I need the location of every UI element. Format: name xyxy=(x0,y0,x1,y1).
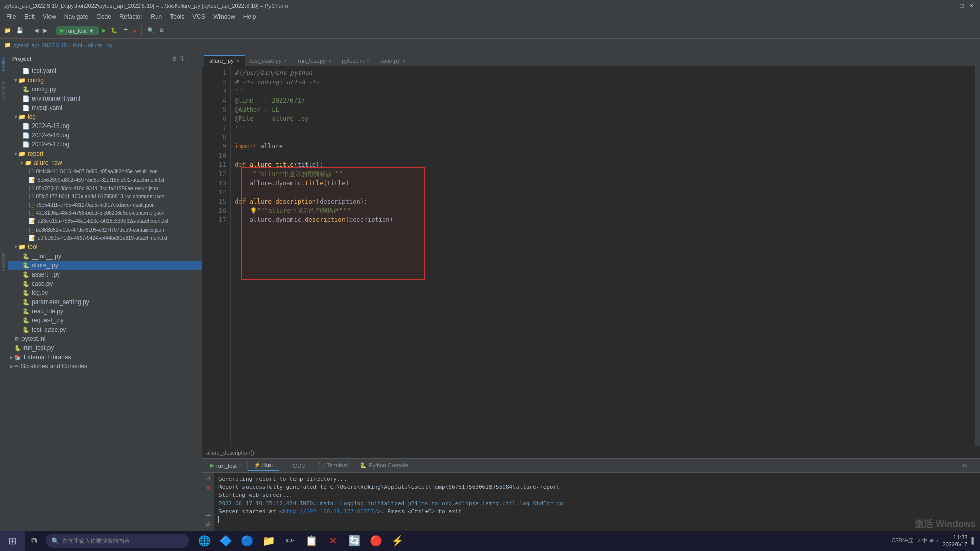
scroll-down-icon[interactable]: ↓ xyxy=(203,503,213,510)
menu-run[interactable]: Run xyxy=(146,12,166,21)
close-allure-py[interactable]: ✕ xyxy=(236,58,240,64)
taskbar-app4-icon[interactable]: 📋 xyxy=(301,532,322,550)
tree-item-mysql-yaml[interactable]: 📄 mysql.yaml xyxy=(8,103,202,112)
tree-item-scratches[interactable]: ▸ ✏ Scratches and Consoles xyxy=(8,362,202,371)
tree-item-log3[interactable]: 📄 2022-6-17.log xyxy=(8,140,202,149)
taskbar-app5-icon[interactable]: ✕ xyxy=(323,532,343,550)
close-pytest-ini[interactable]: ✕ xyxy=(366,58,370,64)
tree-item-tool[interactable]: ▾ 📁 tool xyxy=(8,242,202,252)
close-button[interactable]: ✕ xyxy=(968,2,976,10)
menu-code[interactable]: Code xyxy=(92,12,115,21)
start-button[interactable]: ⊞ xyxy=(0,531,24,551)
search-btn[interactable]: 🔍 xyxy=(145,26,156,35)
show-desktop-btn[interactable]: ▌ xyxy=(971,537,976,544)
settings-btn[interactable]: ⚙ xyxy=(157,26,166,35)
tree-item-env-yaml[interactable]: 📄 environment.yaml xyxy=(8,94,202,103)
breadcrumb-tool[interactable]: tool xyxy=(73,42,82,48)
breadcrumb-file[interactable]: allure_.py xyxy=(88,42,112,48)
panel-sort-icon[interactable]: ⇅ xyxy=(179,55,184,62)
toolbar-project-btn[interactable]: 📁 xyxy=(2,26,13,35)
bottom-tab-run[interactable]: ⚡ Run xyxy=(248,460,279,471)
side-icon-3[interactable]: Favorites xyxy=(1,264,8,271)
tree-item-read[interactable]: 🐍 read_file.py xyxy=(8,307,202,316)
close-run-test[interactable]: ✕ xyxy=(328,58,332,64)
editor-area[interactable]: 1 2 3 4 5 6 7 8 9 10 11 12 13 14 15 16 1 xyxy=(202,66,980,458)
menu-view[interactable]: View xyxy=(39,12,60,21)
panel-expand-icon[interactable]: ↕ xyxy=(186,55,189,62)
code-content[interactable]: #!/usr/bin/env python # -*- coding: utf-… xyxy=(231,66,975,446)
coverage-button[interactable]: ☂ xyxy=(121,26,130,35)
close-case-py[interactable]: ✕ xyxy=(402,58,406,64)
stop-run-icon[interactable]: ■ xyxy=(203,484,213,491)
breadcrumb-project[interactable]: pytest_api_2022.6.10 xyxy=(13,42,67,48)
minimize-button[interactable]: ─ xyxy=(947,2,955,10)
run-tab-close[interactable]: ✕ xyxy=(239,463,243,468)
tree-item-case[interactable]: 🐍 case.py xyxy=(8,279,202,288)
menu-navigate[interactable]: Navigate xyxy=(60,12,92,21)
tree-item-test-yaml[interactable]: 📄 test.yaml xyxy=(8,66,202,76)
taskbar-search-box[interactable]: 🔍 在这里输入你要搜索的内容 xyxy=(46,534,189,548)
server-link[interactable]: http://192.168.11.177:60757/ xyxy=(283,508,377,515)
tree-item-config[interactable]: ▾ 📁 config xyxy=(8,76,202,85)
taskbar-app6-icon[interactable]: 🔄 xyxy=(344,532,364,550)
tree-item-report[interactable]: ▾ 📁 report xyxy=(8,149,202,158)
tree-item-allure-py[interactable]: 🐍 allure_.py xyxy=(8,261,202,270)
menu-tools[interactable]: Tools xyxy=(166,12,188,21)
tree-item-log[interactable]: ▾ 📁 log xyxy=(8,112,202,121)
taskbar-app7-icon[interactable]: 🔴 xyxy=(365,532,386,550)
tree-item-testcase[interactable]: 🐍 test_case.py xyxy=(8,325,202,334)
bottom-tab-python-console[interactable]: 🐍 Python Console xyxy=(354,460,414,471)
tree-item-json6[interactable]: { } bc368b52-c0ec-47de-8105-c627f707dea9… xyxy=(8,226,202,234)
tree-item-log1[interactable]: 📄 2022-6-15.log xyxy=(8,121,202,131)
bottom-settings-icon[interactable]: ⚙ xyxy=(962,462,968,469)
tab-pytest-ini[interactable]: pytest.ini ✕ xyxy=(337,55,375,66)
taskbar-app8-icon[interactable]: ⚡ xyxy=(387,532,407,550)
taskbar-app2-icon[interactable]: 🔷 xyxy=(215,532,236,550)
tree-item-json3[interactable]: { } 05fd2172-b0c1-400a-ab8d-6439509131cc… xyxy=(8,192,202,201)
menu-edit[interactable]: Edit xyxy=(20,12,39,21)
side-icon-2[interactable]: Structure xyxy=(1,93,8,100)
toolbar-save-btn[interactable]: 💾 xyxy=(14,26,26,35)
tab-allure-py[interactable]: allure_.py ✕ xyxy=(204,55,245,66)
tree-item-txt2[interactable]: 📝 a23ce15a-7585-48a1-b23d-b018c330d62a-a… xyxy=(8,217,202,226)
run-tab-name[interactable]: run_test xyxy=(216,463,237,469)
tree-item-init[interactable]: 🐍 __init__.py xyxy=(8,252,202,261)
tree-item-json4[interactable]: { } 75e54d1b-c755-4312-9ae5-fc0f17ccdaed… xyxy=(8,201,202,209)
tab-test-case[interactable]: test_case.py ✕ xyxy=(245,55,293,66)
run-config-selector[interactable]: ▶ run_test ▼ xyxy=(56,26,99,35)
taskbar-folder-icon[interactable]: 📁 xyxy=(258,532,279,550)
stop-button[interactable]: ■ xyxy=(131,27,139,35)
tree-item-txt3[interactable]: 📝 e0fb0505-710b-4867-9424-e444bd81c819-a… xyxy=(8,234,202,242)
taskbar-chrome-icon[interactable]: 🔵 xyxy=(237,532,257,550)
menu-refactor[interactable]: Refactor xyxy=(115,12,146,21)
tab-case-py[interactable]: case.py ✕ xyxy=(375,55,411,66)
tree-item-pytest-ini[interactable]: ⚙ pytest.ini xyxy=(8,334,202,343)
menu-file[interactable]: File xyxy=(2,12,20,21)
side-icon-1[interactable]: Project xyxy=(1,64,8,71)
tree-item-config-py[interactable]: 🐍 config.py xyxy=(8,85,202,94)
editor-scrollbar[interactable] xyxy=(975,66,980,446)
scroll-up-icon[interactable]: ↑ xyxy=(203,493,213,500)
system-clock[interactable]: 11:38 2022/6/17 xyxy=(943,534,968,548)
restart-icon[interactable]: ↺ xyxy=(203,475,213,482)
tab-run-test[interactable]: run_test.py ✕ xyxy=(292,55,336,66)
taskbar-app3-icon[interactable]: ✏ xyxy=(280,532,300,550)
menu-vcs[interactable]: VCS xyxy=(188,12,209,21)
debug-button[interactable]: 🐛 xyxy=(109,26,120,35)
print-icon[interactable]: 🖨 xyxy=(203,521,213,528)
bottom-tab-terminal[interactable]: ⬛ Terminal xyxy=(312,460,354,471)
run-button[interactable]: ▶ xyxy=(100,26,108,35)
toolbar-forward-btn[interactable]: ▶ xyxy=(41,26,50,35)
tree-item-log2[interactable]: 📄 2022-6-16.log xyxy=(8,131,202,140)
tree-item-logpy[interactable]: 🐍 log.py xyxy=(8,288,202,297)
bottom-minimize-icon[interactable]: — xyxy=(970,462,976,469)
tree-item-param[interactable]: 🐍 parameter_setting.py xyxy=(8,297,202,307)
toolbar-back-btn[interactable]: ◀ xyxy=(32,26,40,35)
maximize-button[interactable]: □ xyxy=(958,2,966,10)
tree-item-assert[interactable]: 🐍 assert_.py xyxy=(8,270,202,279)
taskview-btn[interactable]: ⧉ xyxy=(24,532,43,550)
close-test-case[interactable]: ✕ xyxy=(283,58,287,64)
tree-item-json1[interactable]: { } 0b4c9441-5416-4e07-8d96-c05aa3b2c45e… xyxy=(8,167,202,176)
bottom-tab-todo[interactable]: ≡ TODO xyxy=(279,461,312,471)
tree-item-json5[interactable]: { } 4318196a-48c6-4756-bded-5fc06206c5db… xyxy=(8,209,202,217)
